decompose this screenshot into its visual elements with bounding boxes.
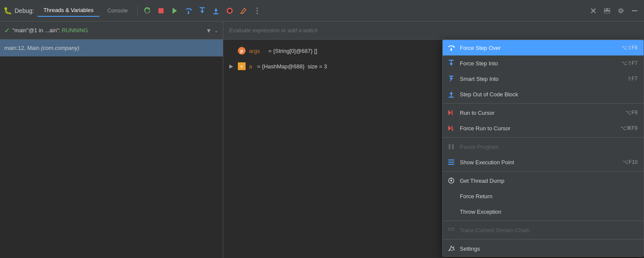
svg-rect-43 — [449, 144, 450, 149]
menu-item-force-return[interactable]: Force Return — [443, 188, 644, 204]
resume-button[interactable] — [169, 5, 181, 17]
minimize-button[interactable] — [629, 5, 641, 17]
menu-item-force-return-label: Force Return — [460, 193, 638, 200]
force-step-over-icon — [447, 43, 456, 52]
menu-item-run-to-cursor[interactable]: Run to Cursor ⌥F9 — [443, 105, 644, 120]
svg-rect-20 — [608, 8, 610, 10]
menu-item-trace-stream-chain: Trace Current Stream Chain — [443, 222, 644, 238]
more-button[interactable] — [251, 5, 263, 17]
svg-point-14 — [256, 7, 258, 9]
menu-shortcut-smart-step-into: ⇧F7 — [627, 76, 638, 82]
svg-marker-9 — [214, 8, 218, 11]
menu-item-pause-program-label: Pause Program — [460, 144, 638, 150]
step-into-button[interactable] — [196, 5, 208, 17]
svg-marker-4 — [187, 13, 190, 14]
menu-item-get-thread-dump-label: Get Thread Dump — [460, 178, 638, 184]
thread-checkmark: ✓ — [4, 26, 10, 34]
layout-button[interactable] — [601, 5, 613, 17]
thread-label: "main"@1 in ...ain": RUNNING — [12, 27, 203, 34]
debug-icon: 🐛 — [3, 6, 12, 15]
svg-point-23 — [619, 8, 623, 13]
force-step-into-icon — [447, 59, 456, 68]
menu-item-settings-label: Settings — [460, 246, 638, 252]
menu-shortcut-run-to-cursor: ⌥F9 — [626, 110, 638, 116]
menu-item-force-step-into[interactable]: Force Step Into ⌥⇧F7 — [443, 55, 644, 71]
menu-item-show-execution-point-label: Show Execution Point — [460, 159, 618, 166]
run-to-cursor-icon — [447, 108, 456, 117]
var-icon-map: ≡ — [238, 62, 246, 70]
stack-frame-label: main:12, Main (com.company) — [4, 45, 79, 51]
menu-item-force-run-to-cursor-label: Force Run to Cursor — [460, 125, 616, 132]
scratch-button[interactable] — [237, 5, 249, 17]
rerun-button[interactable] — [141, 5, 153, 17]
tab-console[interactable]: Console — [101, 5, 134, 16]
eval-placeholder: Evaluate expression or add a watch — [229, 27, 318, 34]
svg-point-49 — [450, 180, 452, 181]
toolbar: 🐛 Debug: Threads & Variables Console — [0, 0, 644, 22]
svg-marker-29 — [450, 63, 453, 66]
menu-item-run-to-cursor-label: Run to Cursor — [460, 110, 621, 116]
thread-dropdown-arrow[interactable]: ⌄ — [214, 28, 219, 34]
settings-menu-icon — [447, 244, 456, 253]
svg-marker-1 — [173, 8, 177, 14]
menu-item-get-thread-dump[interactable]: Get Thread Dump — [443, 173, 644, 188]
stack-frame-item[interactable]: main:12, Main (com.company) — [0, 40, 223, 57]
right-panel: Evaluate expression or add a watch p arg… — [223, 22, 644, 258]
filter-icon[interactable]: ▼ — [206, 27, 212, 34]
var-eq-args — [263, 48, 265, 54]
var-name-args: args — [249, 48, 260, 54]
svg-point-22 — [620, 9, 622, 12]
menu-item-smart-step-into[interactable]: ✦ Smart Step Into ⇧F7 — [443, 71, 644, 86]
svg-point-12 — [228, 9, 231, 12]
settings-button[interactable] — [615, 5, 627, 17]
svg-point-15 — [256, 10, 258, 11]
menu-item-force-run-to-cursor[interactable]: F Force Run to Cursor ⌥⌘F9 — [443, 120, 644, 136]
left-panel: ✓ "main"@1 in ...ain": RUNNING ▼ ⌄ main:… — [0, 22, 223, 258]
svg-rect-19 — [604, 8, 607, 10]
throw-exception-icon — [447, 207, 456, 216]
force-return-icon — [447, 192, 456, 200]
menu-item-settings[interactable]: Settings — [443, 241, 644, 256]
svg-text:F: F — [453, 129, 454, 131]
variables-header[interactable]: Evaluate expression or add a watch — [223, 22, 644, 40]
step-over-button[interactable] — [182, 5, 194, 17]
svg-rect-44 — [452, 144, 454, 149]
svg-marker-40 — [448, 126, 451, 131]
menu-item-force-step-into-label: Force Step Into — [460, 60, 617, 67]
svg-marker-36 — [450, 92, 453, 94]
menu-item-step-out-code-block[interactable]: Step Out of Code Block — [443, 86, 644, 102]
var-icon-p: p — [238, 47, 246, 55]
menu-separator-1 — [443, 103, 644, 104]
expand-arrow-a[interactable]: ▶ — [229, 63, 234, 69]
var-name-a: a — [249, 63, 252, 70]
menu-separator-4 — [443, 221, 644, 221]
menu-item-show-execution-point[interactable]: Show Execution Point ⌥F10 — [443, 154, 644, 170]
stop-button[interactable] — [155, 5, 167, 17]
var-value-args: = {String[0]@687} [] — [268, 48, 317, 54]
svg-rect-0 — [158, 8, 164, 13]
menu-shortcut-force-step-over: ⌥⇧F8 — [621, 45, 638, 51]
menu-item-throw-exception[interactable]: Throw Exception — [443, 204, 644, 219]
trace-stream-chain-icon — [447, 226, 456, 234]
tab-threads-variables[interactable]: Threads & Variables — [37, 4, 100, 17]
step-out-button[interactable] — [210, 5, 222, 17]
menu-separator-5 — [443, 239, 644, 240]
svg-marker-38 — [448, 110, 451, 115]
menu-item-throw-exception-label: Throw Exception — [460, 209, 638, 215]
menu-item-trace-stream-chain-label: Trace Current Stream Chain — [460, 227, 638, 233]
svg-marker-6 — [200, 11, 204, 13]
debug-label: Debug: — [15, 7, 34, 14]
menu-shortcut-force-step-into: ⌥⇧F7 — [621, 60, 638, 66]
force-run-to-cursor-icon: F — [447, 124, 456, 132]
step-out-code-block-icon — [447, 90, 456, 98]
toolbar-separator-1 — [137, 6, 138, 16]
dropdown-menu: Force Step Over ⌥⇧F8 Force Step Into ⌥⇧F… — [442, 40, 644, 257]
get-thread-dump-icon — [447, 176, 456, 185]
close-button[interactable] — [587, 5, 599, 17]
menu-item-force-step-over[interactable]: Force Step Over ⌥⇧F8 — [443, 40, 644, 55]
thread-name: "main"@1 in ...ain": — [12, 27, 62, 34]
menu-shortcut-show-execution-point: ⌥F10 — [623, 159, 638, 165]
mute-breakpoints-button[interactable] — [224, 5, 236, 17]
smart-step-into-icon: ✦ — [447, 74, 456, 83]
thread-header: ✓ "main"@1 in ...ain": RUNNING ▼ ⌄ — [0, 22, 223, 40]
